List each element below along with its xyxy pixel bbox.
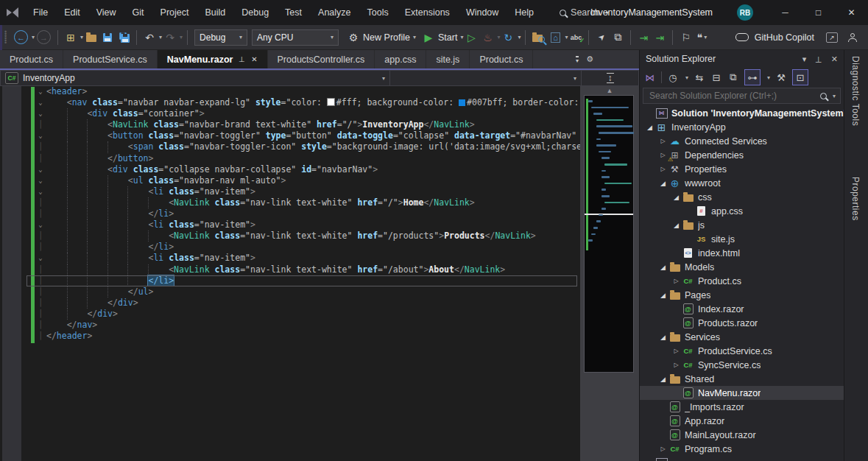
- tree-item-syncservice-cs[interactable]: ▷C#SyncService.cs: [640, 358, 844, 372]
- expander-icon[interactable]: ▷: [671, 278, 682, 284]
- fold-chevron-icon[interactable]: ⌄: [36, 164, 45, 175]
- minimize-button[interactable]: ─: [769, 0, 802, 25]
- fold-chevron-icon[interactable]: ⌄: [36, 108, 45, 119]
- tree-item-services[interactable]: ◢Services: [640, 330, 844, 344]
- code-line[interactable]: ⌄ <button class="navbar-toggler" type="b…: [0, 130, 580, 141]
- menu-item-help[interactable]: Help: [507, 0, 542, 25]
- sync-namespaces-button[interactable]: ⇆: [694, 70, 705, 85]
- code-line[interactable]: ⌄<header>: [0, 86, 580, 97]
- tree-item-navmenu-razor[interactable]: @NavMenu.razor: [640, 386, 844, 400]
- tree-item-css[interactable]: ◢css: [640, 190, 844, 204]
- expander-icon[interactable]: ▷: [657, 446, 668, 452]
- scrollbar-minimap[interactable]: [584, 95, 634, 373]
- menu-item-extensions[interactable]: Extensions: [397, 0, 458, 25]
- close-button[interactable]: ✕: [835, 0, 868, 25]
- editor-scrollbar[interactable]: ▲: [580, 86, 639, 461]
- tab-properties[interactable]: Properties: [850, 177, 861, 221]
- code-line[interactable]: ⌄ <div class="collapse navbar-collapse" …: [0, 164, 580, 175]
- code-line[interactable]: │ <span class="navbar-toggler-icon" styl…: [0, 141, 580, 152]
- properties-pages-button[interactable]: ⧉: [727, 70, 739, 85]
- find-in-files-button[interactable]: [530, 29, 547, 46]
- code-editor[interactable]: ⌄<header>⌄ <nav class="navbar navbar-exp…: [0, 86, 639, 461]
- profile-label[interactable]: New Profile: [363, 32, 410, 43]
- redo-button[interactable]: ↷: [162, 29, 178, 46]
- window-list-button[interactable]: ▾: [576, 56, 579, 63]
- code-line[interactable]: │</header>: [0, 331, 580, 342]
- code-line[interactable]: │ <NavLink class="nav-link text-white" h…: [0, 264, 580, 275]
- tab-diagnostic-tools[interactable]: Diagnostic Tools: [850, 56, 861, 126]
- tree-item-models[interactable]: ◢Models: [640, 260, 844, 274]
- pin-icon[interactable]: ⊤: [239, 55, 245, 63]
- menu-item-git[interactable]: Git: [124, 0, 152, 25]
- navigate-forward-button[interactable]: →: [35, 29, 53, 46]
- menu-item-project[interactable]: Project: [152, 0, 197, 25]
- solution-configuration-combo[interactable]: Debug ▾: [194, 29, 247, 46]
- fold-chevron-icon[interactable]: ⌄: [36, 253, 45, 263]
- code-line[interactable]: │ </li>: [0, 275, 580, 286]
- tab-productservice-cs-1[interactable]: ProductService.cs: [63, 50, 158, 68]
- tree-item-index-html[interactable]: <>index.html: [640, 246, 844, 260]
- menu-item-debug[interactable]: Debug: [233, 0, 277, 25]
- tree-item-js[interactable]: ◢js: [640, 218, 844, 232]
- pending-changes-filter-button[interactable]: ◷: [667, 70, 679, 85]
- restart-dropdown[interactable]: ▾: [518, 34, 521, 41]
- sync-dropdown[interactable]: ▾: [767, 74, 770, 81]
- scroll-up-icon[interactable]: ▲: [580, 87, 639, 94]
- expander-icon[interactable]: ▷: [671, 362, 682, 368]
- code-line[interactable]: │ </button>: [0, 153, 580, 164]
- new-project-button[interactable]: ⊞: [63, 29, 79, 46]
- navigate-cursor-button[interactable]: ➤: [593, 29, 610, 46]
- tree-item-properties[interactable]: ▷⚒Properties: [640, 162, 844, 176]
- expander-icon[interactable]: ◢: [657, 180, 668, 187]
- save-all-button[interactable]: [116, 29, 132, 46]
- tab-product-cs-6[interactable]: Product.cs: [470, 50, 533, 68]
- sync-with-active-document-button[interactable]: ⊶: [744, 69, 761, 85]
- tree-item-mainlayout-razor[interactable]: @MainLayout.razor: [640, 428, 844, 442]
- expander-icon[interactable]: ◢: [644, 124, 655, 131]
- menu-item-test[interactable]: Test: [277, 0, 310, 25]
- fold-chevron-icon[interactable]: ⌄: [36, 130, 45, 141]
- tree-item-inventoryapp[interactable]: ◢⊞InventoryApp: [640, 120, 844, 134]
- fold-chevron-icon[interactable]: ⌄: [36, 186, 45, 197]
- expander-icon[interactable]: ▷: [657, 166, 668, 172]
- redo-dropdown[interactable]: ▾: [180, 34, 183, 41]
- member-navigation-combo[interactable]: ▾: [390, 70, 582, 86]
- tree-item-pages[interactable]: ◢Pages: [640, 288, 844, 302]
- switch-views-button[interactable]: ⋈: [644, 70, 656, 85]
- navigate-back-button[interactable]: ←: [12, 29, 30, 46]
- tab-navmenu-razor-2[interactable]: NavMenu.razor⊤✕: [158, 50, 268, 68]
- tree-item-index-razor[interactable]: @Index.razor: [640, 302, 844, 316]
- tree-item-wwwroot[interactable]: ◢⊕wwwroot: [640, 176, 844, 190]
- tab-settings-button[interactable]: ⚙: [586, 54, 593, 64]
- code-line[interactable]: │ </ul>: [0, 286, 580, 298]
- fold-chevron-icon[interactable]: ⌄: [36, 86, 45, 96]
- tree-item-solution-inventorymanagementsystem-[interactable]: ⋈Solution 'InventoryManagementSystem' (: [640, 106, 844, 120]
- expander-icon[interactable]: ◢: [657, 334, 668, 341]
- toolbar-drag-handle[interactable]: ••••••: [4, 31, 9, 44]
- code-line[interactable]: │ <NavLink class="nav-link text-white" h…: [0, 230, 580, 242]
- tree-item-program-cs[interactable]: ▷C#Program.cs: [640, 442, 844, 456]
- comment-button[interactable]: ❝▾: [694, 29, 710, 46]
- expander-icon[interactable]: ◢: [657, 292, 668, 299]
- menu-item-edit[interactable]: Edit: [56, 0, 88, 25]
- share-button[interactable]: ↗: [824, 29, 840, 46]
- code-line[interactable]: │ <NavLink class="navbar-brand text-whit…: [0, 119, 580, 130]
- solution-platform-combo[interactable]: Any CPU ▾: [252, 29, 339, 46]
- code-line[interactable]: │ </li>: [0, 208, 580, 219]
- code-line[interactable]: │ <NavLink class="nav-link text-white" h…: [0, 197, 580, 208]
- browser-link-button[interactable]: ⌂: [547, 29, 563, 46]
- tree-item--imports-razor[interactable]: @_Imports.razor: [640, 400, 844, 414]
- fold-chevron-icon[interactable]: ⌄: [36, 175, 45, 186]
- tree-item-site-js[interactable]: JSsite.js: [640, 232, 844, 246]
- tab-close-icon[interactable]: ✕: [251, 55, 257, 63]
- tree-item-shared[interactable]: ◢Shared: [640, 372, 844, 386]
- expander-icon[interactable]: ◢: [671, 222, 682, 229]
- project-navigation-combo[interactable]: C# InventoryApp ▾: [0, 70, 390, 86]
- menu-item-analyze[interactable]: Analyze: [310, 0, 359, 25]
- avatar[interactable]: RB: [737, 4, 753, 21]
- code-line[interactable]: ⌄ <div class="container">: [0, 108, 580, 119]
- maximize-button[interactable]: □: [802, 0, 835, 25]
- tree-item-dependencies[interactable]: ▷⊞⚠Dependencies: [640, 148, 844, 162]
- start-debugging-button[interactable]: ▶: [420, 29, 437, 46]
- expander-icon[interactable]: ▷: [671, 348, 682, 354]
